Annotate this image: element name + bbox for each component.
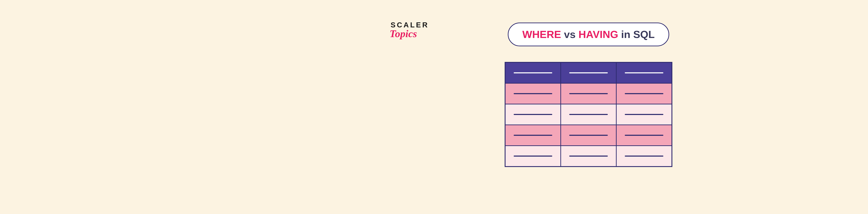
table-row-cell (561, 146, 616, 167)
table-row-cell (505, 104, 561, 125)
scaler-topics-logo: SCALER Topics (391, 21, 443, 40)
placeholder-line (625, 135, 663, 136)
title-banner: WHERE vs HAVING in SQL (508, 23, 669, 46)
table-row-cell (505, 146, 561, 167)
title-rest: in SQL (621, 29, 655, 40)
placeholder-line (569, 72, 608, 73)
title-keyword-where: WHERE (522, 29, 561, 40)
placeholder-line (569, 114, 608, 115)
table-header-cell (505, 63, 561, 83)
table-row-cell (505, 125, 561, 146)
placeholder-line (569, 93, 608, 94)
placeholder-line (625, 72, 663, 73)
title-vs: vs (564, 29, 576, 40)
table-row-cell (505, 83, 561, 104)
illustrative-table (505, 62, 672, 167)
table-row-cell (616, 83, 672, 104)
table-row-cell (616, 104, 672, 125)
table-row-cell (561, 125, 616, 146)
table-header-cell (561, 63, 616, 83)
main-content: WHERE vs HAVING in SQL (495, 23, 682, 167)
table-row-cell (561, 83, 616, 104)
placeholder-line (569, 155, 608, 156)
placeholder-line (569, 135, 608, 136)
placeholder-line (514, 135, 552, 136)
placeholder-line (514, 155, 552, 156)
title-keyword-having: HAVING (579, 29, 618, 40)
table-header-cell (616, 63, 672, 83)
placeholder-line (625, 114, 663, 115)
placeholder-line (514, 93, 552, 94)
placeholder-line (625, 93, 663, 94)
logo-text-topics: Topics (390, 28, 443, 40)
placeholder-line (514, 114, 552, 115)
table-row-cell (616, 125, 672, 146)
table-row-cell (616, 146, 672, 167)
placeholder-line (514, 72, 552, 73)
table-row-cell (561, 104, 616, 125)
placeholder-line (625, 155, 663, 156)
